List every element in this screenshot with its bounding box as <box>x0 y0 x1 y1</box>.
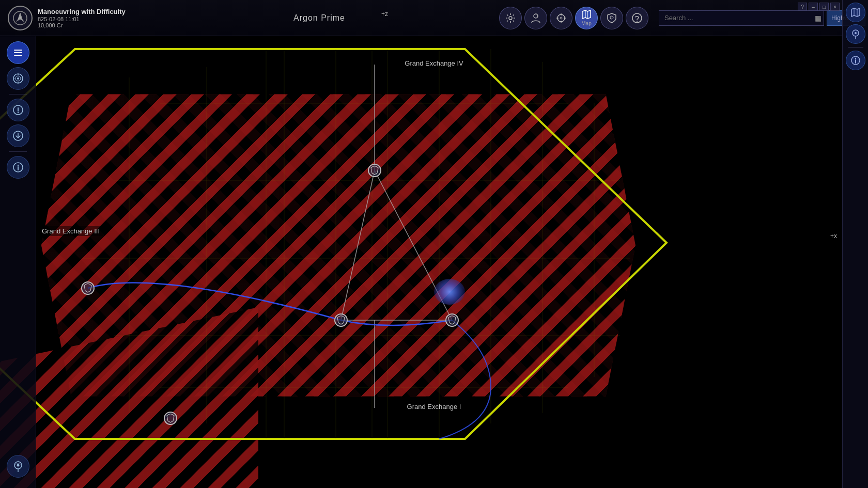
map-canvas <box>0 0 868 488</box>
sidebar-mappin-button[interactable] <box>7 455 29 478</box>
sector-name: Argon Prime <box>140 13 499 23</box>
svg-point-36 <box>560 17 562 19</box>
ship-credits: 10,000 Cr <box>38 22 126 28</box>
window-help-button[interactable]: ? <box>798 3 807 11</box>
map-button-label: Map <box>581 21 591 26</box>
sidebar-info-button[interactable] <box>7 156 29 179</box>
svg-point-31 <box>557 14 565 22</box>
zoom-label: +z <box>381 10 388 18</box>
help-button[interactable] <box>626 7 648 29</box>
right-info-icon[interactable] <box>846 51 865 70</box>
settings-button[interactable] <box>499 7 522 29</box>
sidebar-download-button[interactable] <box>7 124 29 147</box>
window-maximize-button[interactable]: □ <box>819 3 829 11</box>
grand-exchange-iii-label: Grand Exchange III <box>39 226 103 236</box>
right-icons-panel <box>842 0 868 488</box>
grand-exchange-i-label: Grand Exchange I <box>407 403 461 411</box>
sidebar-divider-1 <box>9 94 27 95</box>
svg-marker-43 <box>851 8 860 17</box>
svg-point-48 <box>855 32 857 34</box>
search-clear-icon[interactable]: ▦ <box>815 14 822 22</box>
plus-x-label: +x <box>830 232 837 240</box>
ship-info: Manoeuvring with Difficulty 825-02-08 11… <box>0 6 140 30</box>
svg-point-68 <box>17 165 18 166</box>
svg-marker-37 <box>582 10 591 19</box>
search-area: ▦ Highway x <box>659 10 865 26</box>
left-sidebar <box>0 36 36 488</box>
ship-icon <box>8 6 33 30</box>
svg-point-42 <box>637 21 638 22</box>
search-wrapper: ▦ <box>659 10 824 26</box>
svg-point-30 <box>534 14 538 18</box>
search-input[interactable] <box>659 10 824 26</box>
right-pin-icon[interactable] <box>846 24 865 44</box>
blue-entity <box>434 279 465 305</box>
sidebar-divider-2 <box>9 151 27 152</box>
sidebar-list-button[interactable] <box>7 41 29 64</box>
ship-details: Manoeuvring with Difficulty 825-02-08 11… <box>38 8 126 28</box>
window-controls: ? – □ × <box>798 3 840 11</box>
svg-point-64 <box>17 112 18 113</box>
sidebar-alert-button[interactable] <box>7 99 29 121</box>
svg-point-28 <box>19 17 21 19</box>
header: Manoeuvring with Difficulty 825-02-08 11… <box>0 0 868 36</box>
svg-point-57 <box>17 77 19 80</box>
svg-rect-52 <box>14 50 22 51</box>
svg-rect-54 <box>14 55 22 56</box>
window-close-button[interactable]: × <box>830 3 840 11</box>
people-button[interactable] <box>524 7 547 29</box>
svg-point-72 <box>17 464 19 467</box>
ship-status: Manoeuvring with Difficulty <box>38 8 126 15</box>
svg-point-29 <box>509 17 512 20</box>
svg-rect-53 <box>14 52 22 53</box>
sidebar-radar-button[interactable] <box>7 67 29 90</box>
crosshair-button[interactable] <box>550 7 572 29</box>
grand-exchange-iv-label: Grand Exchange IV <box>405 59 463 67</box>
svg-point-51 <box>855 58 856 59</box>
top-nav: Map <box>499 7 648 29</box>
shield-button[interactable] <box>600 7 623 29</box>
right-map-icon[interactable] <box>846 3 865 22</box>
right-icon-divider <box>848 47 863 48</box>
ship-date: 825-02-08 11:01 <box>38 16 126 22</box>
asteroid-field-bottom <box>0 307 258 488</box>
window-minimize-button[interactable]: – <box>809 3 818 11</box>
map-button[interactable]: Map <box>575 7 598 29</box>
